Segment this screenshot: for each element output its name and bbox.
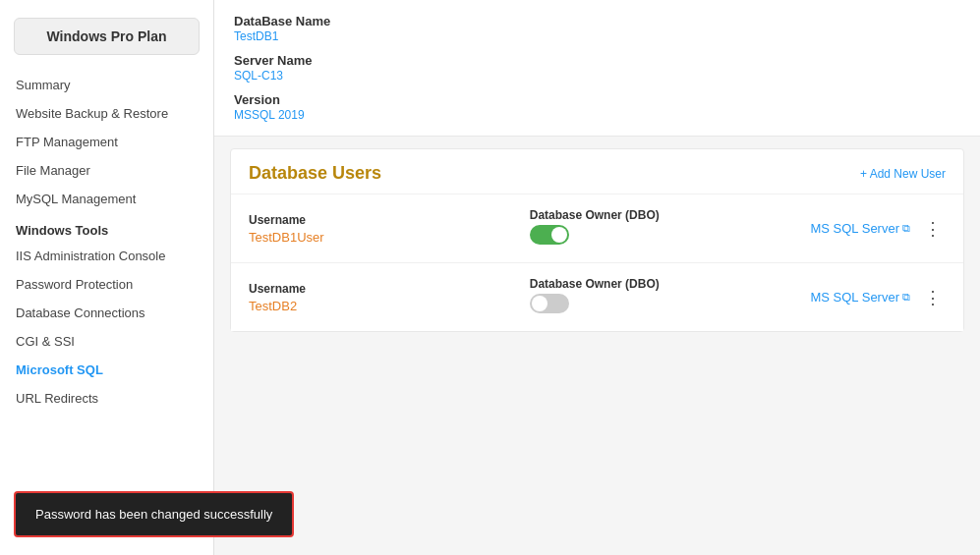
user-row-dbo-2: Database Owner (DBO) xyxy=(530,277,811,317)
dbo-toggle-2[interactable] xyxy=(530,294,569,313)
more-menu-icon-2[interactable]: ⋮ xyxy=(920,287,946,308)
db-users-header: Database Users + Add New User xyxy=(231,149,963,194)
server-name-label: Server Name xyxy=(234,53,960,68)
db-name-value: TestDB1 xyxy=(234,29,960,43)
sidebar-item-ms-sql[interactable]: Microsoft SQL xyxy=(0,356,213,384)
plan-button[interactable]: Windows Pro Plan xyxy=(14,18,200,55)
info-card: DataBase Name TestDB1 Server Name SQL-C1… xyxy=(214,0,980,137)
dbo-label-2: Database Owner (DBO) xyxy=(530,277,811,291)
table-row: Username TestDB1User Database Owner (DBO… xyxy=(231,194,963,263)
windows-tools-header: Windows Tools xyxy=(0,213,213,242)
toast-message: Password has been changed successfully xyxy=(35,507,272,522)
user-row-actions-2: MS SQL Server ⧉ ⋮ xyxy=(810,287,946,308)
sidebar-item-website-backup[interactable]: Website Backup & Restore xyxy=(0,99,213,128)
sidebar-item-ftp[interactable]: FTP Management xyxy=(0,128,213,156)
sidebar-item-mysql[interactable]: MySQL Management xyxy=(0,185,213,213)
table-row: Username TestDB2 Database Owner (DBO) MS… xyxy=(231,263,963,331)
external-link-icon-2: ⧉ xyxy=(902,291,910,304)
db-users-title: Database Users xyxy=(249,163,381,184)
sidebar-item-cgi-ssi[interactable]: CGI & SSI xyxy=(0,327,213,356)
more-menu-icon-1[interactable]: ⋮ xyxy=(920,218,946,240)
user-row-actions-1: MS SQL Server ⧉ ⋮ xyxy=(810,218,946,240)
username-value-1: TestDB1User xyxy=(249,230,530,245)
sidebar-item-url-redirects[interactable]: URL Redirects xyxy=(0,384,213,413)
sidebar-item-db-connections[interactable]: Database Connections xyxy=(0,299,213,327)
user-row-dbo-1: Database Owner (DBO) xyxy=(530,208,811,249)
external-link-icon-1: ⧉ xyxy=(902,222,910,235)
user-row-left-1: Username TestDB1User xyxy=(249,213,530,245)
username-label-1: Username xyxy=(249,213,530,227)
toggle-thumb-2 xyxy=(532,296,548,311)
sidebar-item-password-protection[interactable]: Password Protection xyxy=(0,270,213,299)
ms-sql-link-2[interactable]: MS SQL Server ⧉ xyxy=(810,290,910,305)
ms-sql-link-1[interactable]: MS SQL Server ⧉ xyxy=(810,221,910,236)
sidebar-item-iis[interactable]: IIS Administration Console xyxy=(0,242,213,270)
version-label: Version xyxy=(234,92,960,107)
db-name-label: DataBase Name xyxy=(234,14,960,28)
sidebar-item-file-manager[interactable]: File Manager xyxy=(0,156,213,185)
username-label-2: Username xyxy=(249,282,530,296)
username-value-2: TestDB2 xyxy=(249,299,530,313)
sidebar-item-summary[interactable]: Summary xyxy=(0,71,213,99)
ms-sql-label-2: MS SQL Server xyxy=(810,290,899,305)
sidebar: Windows Pro Plan Summary Website Backup … xyxy=(0,0,214,555)
toggle-thumb-1 xyxy=(551,227,567,243)
dbo-label-1: Database Owner (DBO) xyxy=(530,208,811,222)
main-content: DataBase Name TestDB1 Server Name SQL-C1… xyxy=(214,0,980,555)
dbo-toggle-1[interactable] xyxy=(530,225,569,245)
db-users-section: Database Users + Add New User Username T… xyxy=(230,148,964,332)
add-new-user-button[interactable]: + Add New User xyxy=(860,167,946,181)
user-row-left-2: Username TestDB2 xyxy=(249,282,530,313)
ms-sql-label-1: MS SQL Server xyxy=(810,221,899,236)
sidebar-nav: Summary Website Backup & Restore FTP Man… xyxy=(0,65,213,555)
server-name-value: SQL-C13 xyxy=(234,69,960,83)
version-value: MSSQL 2019 xyxy=(234,108,960,122)
toast-notification: Password has been changed successfully xyxy=(14,491,294,537)
